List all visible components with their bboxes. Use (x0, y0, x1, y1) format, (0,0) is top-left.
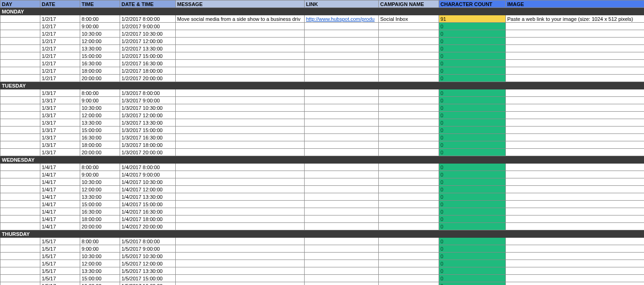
schedule-table[interactable]: DAY DATE TIME DATE & TIME MESSAGE LINK C… (0, 0, 644, 285)
day-cell[interactable] (0, 134, 40, 141)
day-cell[interactable] (0, 178, 40, 186)
count-cell[interactable]: 0 (439, 149, 506, 156)
image-cell[interactable] (506, 60, 644, 67)
count-cell[interactable]: 0 (439, 112, 506, 119)
link-cell[interactable] (305, 75, 379, 82)
datetime-cell[interactable]: 1/4/2017 13:30:00 (120, 193, 176, 201)
day-cell[interactable] (0, 260, 40, 267)
message-cell[interactable] (176, 208, 305, 215)
campaign-cell[interactable] (379, 149, 439, 156)
time-cell[interactable]: 18:00:00 (80, 141, 120, 149)
date-cell[interactable]: 1/3/17 (40, 141, 80, 149)
message-cell[interactable] (176, 186, 305, 193)
datetime-cell[interactable]: 1/2/2017 16:30:00 (120, 60, 176, 67)
date-cell[interactable]: 1/4/17 (40, 223, 80, 230)
campaign-cell[interactable] (379, 186, 439, 193)
image-cell[interactable] (506, 52, 644, 60)
link-cell[interactable] (305, 164, 379, 171)
date-cell[interactable]: 1/5/17 (40, 267, 80, 275)
date-cell[interactable]: 1/3/17 (40, 89, 80, 97)
date-cell[interactable]: 1/2/17 (40, 52, 80, 60)
date-cell[interactable]: 1/4/17 (40, 171, 80, 178)
day-cell[interactable] (0, 193, 40, 201)
link-cell[interactable] (305, 267, 379, 275)
campaign-cell[interactable] (379, 23, 439, 30)
image-cell[interactable] (506, 67, 644, 75)
campaign-cell[interactable] (379, 119, 439, 127)
image-cell[interactable] (506, 275, 644, 282)
campaign-cell[interactable] (379, 267, 439, 275)
campaign-cell[interactable] (379, 127, 439, 134)
date-cell[interactable]: 1/2/17 (40, 38, 80, 45)
message-cell[interactable] (176, 223, 305, 230)
message-cell[interactable] (176, 45, 305, 52)
count-cell[interactable]: 0 (439, 52, 506, 60)
count-cell[interactable]: 0 (439, 45, 506, 52)
image-cell[interactable] (506, 245, 644, 253)
count-cell[interactable]: 0 (439, 260, 506, 267)
datetime-cell[interactable]: 1/3/2017 13:30:00 (120, 119, 176, 127)
campaign-cell[interactable] (379, 38, 439, 45)
message-cell[interactable] (176, 127, 305, 134)
time-cell[interactable]: 8:00:00 (80, 238, 120, 245)
message-cell[interactable] (176, 171, 305, 178)
image-cell[interactable] (506, 267, 644, 275)
date-cell[interactable]: 1/5/17 (40, 275, 80, 282)
time-cell[interactable]: 16:30:00 (80, 134, 120, 141)
count-cell[interactable]: 0 (439, 245, 506, 253)
message-cell[interactable] (176, 178, 305, 186)
time-cell[interactable]: 12:00:00 (80, 38, 120, 45)
message-cell[interactable] (176, 193, 305, 201)
date-cell[interactable]: 1/3/17 (40, 127, 80, 134)
datetime-cell[interactable]: 1/4/2017 10:30:00 (120, 178, 176, 186)
message-cell[interactable] (176, 104, 305, 112)
message-cell[interactable] (176, 38, 305, 45)
datetime-cell[interactable]: 1/5/2017 13:30:00 (120, 267, 176, 275)
day-cell[interactable] (0, 208, 40, 215)
day-cell[interactable] (0, 164, 40, 171)
image-cell[interactable] (506, 112, 644, 119)
count-cell[interactable]: 0 (439, 171, 506, 178)
message-cell[interactable] (176, 238, 305, 245)
date-cell[interactable]: 1/5/17 (40, 245, 80, 253)
count-cell[interactable]: 0 (439, 193, 506, 201)
datetime-cell[interactable]: 1/2/2017 20:00:00 (120, 75, 176, 82)
date-cell[interactable]: 1/3/17 (40, 112, 80, 119)
time-cell[interactable]: 18:00:00 (80, 215, 120, 223)
date-cell[interactable]: 1/3/17 (40, 149, 80, 156)
count-cell[interactable]: 0 (439, 23, 506, 30)
link-cell[interactable]: http://www.hubspot.com/produ (305, 15, 379, 23)
datetime-cell[interactable]: 1/4/2017 20:00:00 (120, 223, 176, 230)
message-cell[interactable] (176, 282, 305, 285)
day-cell[interactable] (0, 238, 40, 245)
day-cell[interactable] (0, 23, 40, 30)
datetime-cell[interactable]: 1/2/2017 12:00:00 (120, 38, 176, 45)
datetime-cell[interactable]: 1/5/2017 10:30:00 (120, 253, 176, 260)
link-cell[interactable] (305, 193, 379, 201)
time-cell[interactable]: 16:30:00 (80, 60, 120, 67)
header-datetime[interactable]: DATE & TIME (120, 0, 176, 8)
datetime-cell[interactable]: 1/4/2017 16:30:00 (120, 208, 176, 215)
link-cell[interactable] (305, 208, 379, 215)
link-cell[interactable] (305, 89, 379, 97)
link-cell[interactable] (305, 45, 379, 52)
image-cell[interactable] (506, 141, 644, 149)
day-cell[interactable] (0, 127, 40, 134)
date-cell[interactable]: 1/3/17 (40, 134, 80, 141)
link-cell[interactable] (305, 97, 379, 104)
datetime-cell[interactable]: 1/4/2017 8:00:00 (120, 164, 176, 171)
message-cell[interactable] (176, 215, 305, 223)
link-cell[interactable] (305, 149, 379, 156)
campaign-cell[interactable] (379, 104, 439, 112)
day-cell[interactable] (0, 171, 40, 178)
campaign-cell[interactable] (379, 253, 439, 260)
count-cell[interactable]: 0 (439, 253, 506, 260)
image-cell[interactable] (506, 104, 644, 112)
date-cell[interactable]: 1/5/17 (40, 282, 80, 285)
image-cell[interactable] (506, 164, 644, 171)
image-cell[interactable] (506, 97, 644, 104)
image-cell[interactable] (506, 30, 644, 38)
image-cell[interactable] (506, 171, 644, 178)
campaign-cell[interactable] (379, 201, 439, 208)
image-cell[interactable] (506, 23, 644, 30)
